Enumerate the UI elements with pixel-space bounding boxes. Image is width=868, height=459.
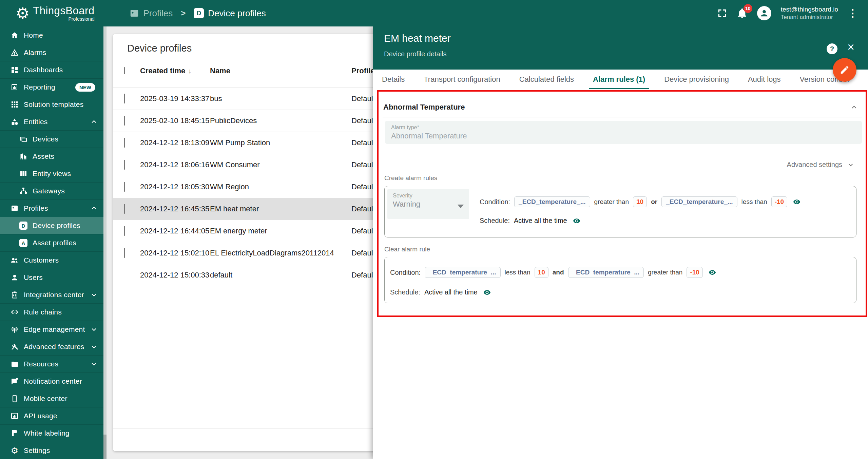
sidebar-item-integrations-center[interactable]: Integrations center [0,286,103,303]
mobile-center-icon [10,394,19,403]
chevron-up-icon [91,205,97,212]
create-condition-row: Condition: _ECD_temperature_... greater … [480,196,802,207]
sidebar-item-reporting[interactable]: Reporting NEW [0,78,103,96]
tab-alarm-rules[interactable]: Alarm rules (1) [589,70,649,89]
chevron-down-icon [91,326,97,333]
row-checkbox[interactable] [124,182,125,192]
device-profiles-icon: D [19,221,28,230]
condition-key-chip: _ECD_temperature_... [568,267,644,278]
chevron-up-icon [91,118,97,125]
row-checkbox[interactable] [124,116,125,126]
condition-value-chip: -10 [687,267,702,278]
create-alarm-rule-box: Severity Warning Condition: _ECD_tempera… [384,186,856,237]
sidebar-item-assets[interactable]: Assets [0,148,103,165]
help-icon[interactable]: ? [827,43,837,54]
api-usage-icon [10,412,19,420]
sidebar-item-entity-views[interactable]: Entity views [0,165,103,182]
settings-gear-icon: ⚙ [10,446,19,455]
account-email: test@thingsboard.io [781,5,838,14]
breadcrumb: Profiles > D Device profiles [129,8,266,19]
alarms-icon [10,48,19,57]
alarm-type-label: Alarm type* [391,125,862,131]
row-checkbox[interactable] [124,94,125,103]
panel-tabs: Details Transport configuration Calculat… [373,70,868,89]
notifications-bell[interactable]: 10 [737,7,748,19]
column-created-time[interactable]: Created time↓ [140,66,210,75]
sidebar-item-white-labeling[interactable]: White labeling [0,424,103,442]
sidebar-item-asset-profiles[interactable]: A Asset profiles [0,234,103,251]
eye-icon[interactable] [482,289,493,296]
sidebar-item-dashboards[interactable]: Dashboards [0,61,103,78]
advanced-settings-toggle[interactable]: Advanced settings [787,161,854,169]
sidebar-item-edge-management[interactable]: Edge management [0,321,103,338]
sidebar-item-advanced-features[interactable]: Advanced features [0,338,103,355]
eye-icon[interactable] [707,269,718,276]
alarm-rule-expansion-header[interactable]: Abnormal Temperature [383,102,858,112]
sidebar-item-device-profiles[interactable]: D Device profiles [0,217,103,234]
avatar[interactable] [757,6,771,20]
sidebar-item-api-usage[interactable]: API usage [0,407,103,424]
row-checkbox[interactable] [124,248,125,258]
row-checkbox[interactable] [124,226,125,236]
tab-device-provisioning[interactable]: Device provisioning [660,70,733,89]
sidebar-item-devices[interactable]: Devices [0,130,103,148]
reporting-icon [10,83,19,92]
alarm-rule-name: Abnormal Temperature [383,103,465,112]
sidebar-item-users[interactable]: Users [0,269,103,286]
breadcrumb-device-profiles[interactable]: D Device profiles [194,8,266,19]
sidebar-item-notification-center[interactable]: Notification center [0,372,103,390]
fullscreen-icon[interactable] [717,8,727,18]
device-profile-detail-panel: EM heat meter Device profile details ? ×… [373,26,868,459]
kebab-menu-icon[interactable]: ⋮ [848,8,858,18]
edge-icon [10,325,19,334]
divider [473,189,473,234]
entities-icon [10,117,19,126]
close-icon[interactable]: × [847,40,854,54]
account-info[interactable]: test@thingsboard.io Tenant administrator [781,5,838,22]
row-checkbox[interactable] [124,204,125,214]
eye-icon[interactable] [791,198,802,206]
condition-value-chip: 10 [633,196,647,207]
sidebar-item-gateways[interactable]: Gateways [0,182,103,199]
row-checkbox[interactable] [124,160,125,170]
row-checkbox[interactable] [124,138,125,148]
sidebar-item-customers[interactable]: Customers [0,251,103,269]
condition-key-chip: _ECD_temperature_... [425,267,500,278]
tab-transport-configuration[interactable]: Transport configuration [420,70,504,89]
dashboards-icon [10,65,19,74]
divider [383,117,862,117]
chevron-down-icon [91,291,97,298]
account-role: Tenant administrator [781,14,838,21]
severity-select[interactable]: Severity Warning [387,189,469,219]
sidebar-item-entities[interactable]: Entities [0,113,103,130]
home-icon [10,31,19,40]
column-name[interactable]: Name [210,66,351,75]
create-alarm-rules-label: Create alarm rules [384,174,437,182]
sidebar-item-mobile-center[interactable]: Mobile center [0,390,103,407]
sidebar-item-alarms[interactable]: Alarms [0,44,103,61]
scrollbar-thumb[interactable] [103,26,107,435]
sidebar-item-solution-templates[interactable]: Solution templates [0,96,103,113]
edit-fab-button[interactable] [833,58,856,82]
sidebar-scrollbar[interactable] [103,26,107,459]
sidebar-item-rule-chains[interactable]: Rule chains [0,303,103,321]
alarm-type-field[interactable]: Alarm type* Abnormal Temperature [385,121,862,144]
tab-audit-logs[interactable]: Audit logs [744,70,785,89]
select-all-checkbox[interactable] [124,67,125,74]
tab-details[interactable]: Details [378,70,409,89]
integrations-icon [10,290,19,299]
brand-name: ThingsBoard [33,5,94,17]
sidebar-item-settings[interactable]: ⚙ Settings [0,442,103,459]
notifications-count-badge: 10 [744,4,752,13]
panel-header: EM heat meter Device profile details ? × [373,26,868,70]
sidebar-item-resources[interactable]: Resources [0,355,103,372]
resources-folder-icon [10,360,19,368]
chevron-up-icon[interactable] [850,103,858,111]
sidebar-item-profiles[interactable]: Profiles [0,199,103,217]
eye-icon[interactable] [571,217,582,225]
tab-calculated-fields[interactable]: Calculated fields [515,70,578,89]
sidebar-item-home[interactable]: Home [0,26,103,44]
create-schedule-row: Schedule: Active all the time [480,217,582,225]
breadcrumb-profiles[interactable]: Profiles [129,8,173,19]
thingsboard-logo[interactable]: ⚙ ThingsBoard Professional [16,5,95,22]
